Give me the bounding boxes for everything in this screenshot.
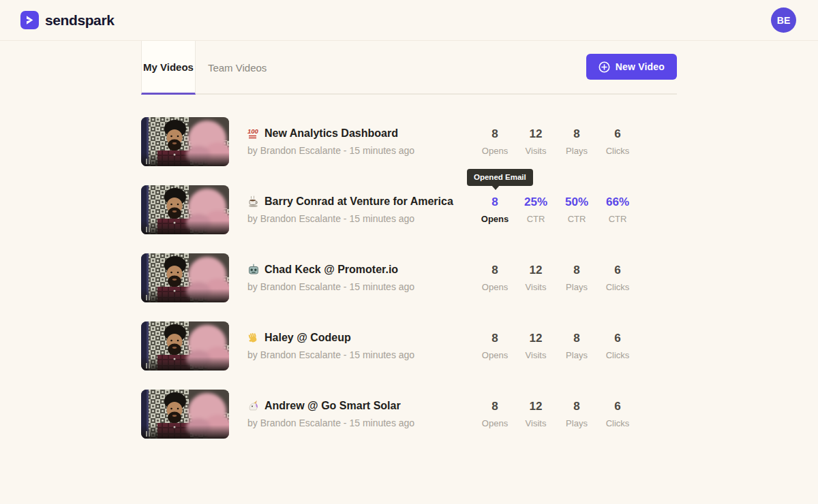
video-row: Chad Keck @ Promoter.io by Brandon Escal… [141, 244, 677, 312]
stat-opens[interactable]: 8 Opens [474, 264, 515, 292]
video-stats: 8 Opens 12 Visits 8 Plays 6 Clicks [474, 332, 638, 360]
video-title: Andrew @ Go Smart Solar [264, 400, 401, 412]
brand-wordmark: sendspark [45, 12, 114, 29]
video-title: Chad Keck @ Promoter.io [264, 264, 398, 276]
video-byline: by Brandon Escalante - 15 minutes ago [247, 213, 453, 224]
video-thumbnail[interactable] [141, 185, 229, 234]
video-stats: 8 Opens 12 Visits 8 Plays 6 Clicks [474, 264, 638, 292]
stat-visits[interactable]: 12 Visits [515, 332, 556, 360]
stat-clicks[interactable]: 6 Clicks [597, 127, 638, 156]
stat-visits[interactable]: 12 Visits [515, 264, 556, 292]
video-byline: by Brandon Escalante - 15 minutes ago [247, 281, 414, 292]
video-thumbnail[interactable] [141, 253, 229, 302]
stat-opens[interactable]: 8 Opens [474, 195, 515, 224]
video-row: Opened Email Barry Conrad at Venture for… [141, 176, 677, 244]
video-stats: 8 Opens 25% CTR 50% CTR 66% CTR [474, 195, 638, 224]
stat-visits[interactable]: 12 Visits [515, 400, 556, 428]
video-byline: by Brandon Escalante - 15 minutes ago [247, 349, 414, 360]
stat-plays[interactable]: 8 Plays [556, 332, 597, 360]
video-row: Haley @ Codeup by Brandon Escalante - 15… [141, 312, 677, 380]
video-list: 100 New Analytics Dashboard by Brandon E… [141, 108, 677, 448]
video-row: Andrew @ Go Smart Solar by Brandon Escal… [141, 380, 677, 448]
video-title: Haley @ Codeup [264, 332, 351, 344]
video-title: Barry Conrad at Venture for America [264, 195, 453, 208]
video-thumbnail[interactable] [141, 390, 229, 439]
video-meta[interactable]: Chad Keck @ Promoter.io by Brandon Escal… [247, 264, 414, 292]
video-row: 100 New Analytics Dashboard by Brandon E… [141, 108, 677, 176]
video-meta[interactable]: 100 New Analytics Dashboard by Brandon E… [247, 127, 414, 156]
stat-clicks[interactable]: 6 Clicks [597, 264, 638, 292]
stat-opens[interactable]: 8 Opens [474, 400, 515, 428]
unicorn-emoji-icon [247, 400, 260, 412]
svg-text:100: 100 [247, 127, 259, 135]
tab-team-videos[interactable]: Team Videos [205, 41, 269, 95]
sendspark-logo[interactable]: sendspark [20, 11, 114, 29]
app-header: sendspark BE [0, 0, 818, 41]
stat-ctr-plays[interactable]: 50% CTR [556, 195, 597, 224]
stat-plays[interactable]: 8 Plays [556, 127, 597, 156]
video-byline: by Brandon Escalante - 15 minutes ago [247, 418, 414, 428]
robot-emoji-icon [247, 264, 260, 276]
stat-opens[interactable]: 8 Opens [474, 127, 515, 156]
user-avatar[interactable]: BE [771, 7, 796, 33]
tab-my-videos[interactable]: My Videos [141, 41, 196, 95]
tab-bar: My Videos Team Videos New Video [141, 41, 677, 95]
video-stats: 8 Opens 12 Visits 8 Plays 6 Clicks [474, 400, 638, 428]
stat-clicks[interactable]: 6 Clicks [597, 332, 638, 360]
sendspark-logo-icon [20, 11, 39, 29]
stat-plays[interactable]: 8 Plays [556, 400, 597, 428]
stat-clicks[interactable]: 6 Clicks [597, 400, 638, 428]
stat-opens[interactable]: 8 Opens [474, 332, 515, 360]
stat-plays[interactable]: 8 Plays [556, 264, 597, 292]
video-stats: 8 Opens 12 Visits 8 Plays 6 Clicks [474, 127, 638, 156]
opened-email-tooltip: Opened Email [467, 169, 533, 186]
stat-visits[interactable]: 12 Visits [515, 127, 556, 156]
video-meta[interactable]: Haley @ Codeup by Brandon Escalante - 15… [247, 332, 414, 360]
stat-ctr-visits[interactable]: 25% CTR [515, 195, 556, 224]
main-content: My Videos Team Videos New Video 100 [141, 41, 677, 448]
plus-circle-icon [599, 61, 610, 73]
new-video-button[interactable]: New Video [586, 54, 677, 80]
new-video-label: New Video [616, 61, 665, 72]
video-title: New Analytics Dashboard [264, 127, 398, 140]
video-meta[interactable]: Barry Conrad at Venture for America by B… [247, 195, 453, 224]
coffee-emoji-icon [247, 195, 260, 208]
video-thumbnail[interactable] [141, 117, 229, 166]
stat-ctr-clicks[interactable]: 66% CTR [597, 195, 638, 224]
waving-hand-emoji-icon [247, 332, 260, 344]
hundred-points-emoji-icon: 100 [247, 127, 260, 140]
video-thumbnail[interactable] [141, 321, 229, 371]
video-byline: by Brandon Escalante - 15 minutes ago [247, 145, 414, 156]
video-meta[interactable]: Andrew @ Go Smart Solar by Brandon Escal… [247, 400, 414, 428]
